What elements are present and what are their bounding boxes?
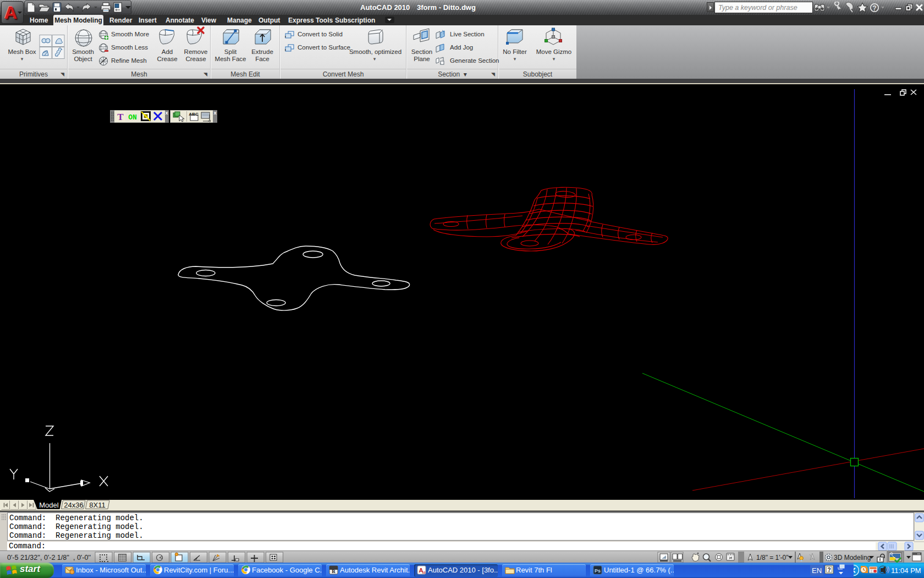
svg-text:Ps: Ps	[595, 568, 601, 574]
svg-text:10: 10	[422, 571, 425, 574]
svg-text:ABC: ABC	[189, 112, 199, 117]
svg-text:T: T	[117, 112, 124, 122]
svg-text:11:04 PM: 11:04 PM	[891, 566, 921, 575]
svg-text:R: R	[332, 569, 336, 574]
svg-text:?: ?	[827, 567, 831, 573]
svg-text:ON: ON	[128, 113, 137, 122]
svg-text:x: x	[213, 110, 216, 116]
svg-text:Model: Model	[39, 501, 59, 509]
svg-text:8X11: 8X11	[89, 501, 105, 509]
svg-text:1/8" = 1'-0": 1/8" = 1'-0"	[756, 554, 789, 561]
svg-text:x: x	[165, 110, 168, 116]
svg-text:?: ?	[872, 4, 876, 12]
svg-text:24x36: 24x36	[64, 501, 83, 509]
svg-text:3D Modeling: 3D Modeling	[834, 554, 871, 561]
